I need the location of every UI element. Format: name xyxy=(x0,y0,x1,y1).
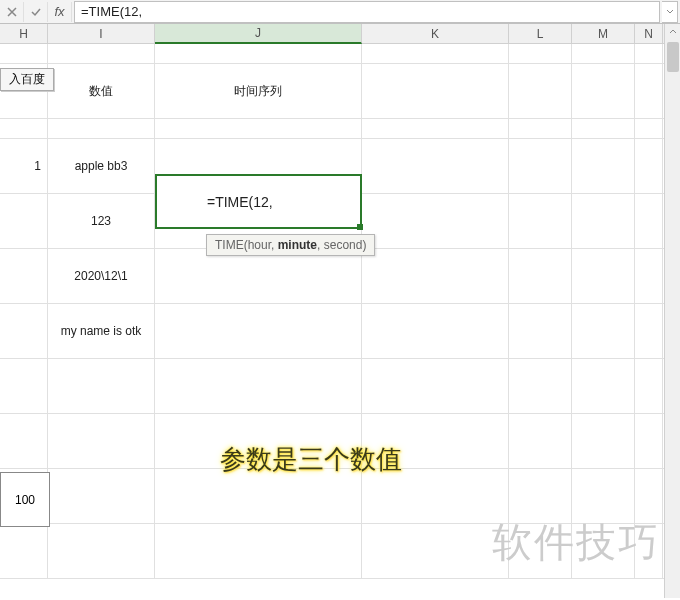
tooltip-arg1: hour xyxy=(248,238,271,252)
cell[interactable] xyxy=(509,139,572,193)
cell[interactable] xyxy=(362,469,509,523)
col-header-H[interactable]: H xyxy=(0,24,48,43)
data-row-5 xyxy=(0,359,672,414)
formula-input[interactable] xyxy=(74,1,660,23)
cell[interactable] xyxy=(635,194,663,248)
fill-handle[interactable] xyxy=(357,224,363,230)
baidu-button[interactable]: 入百度 xyxy=(0,68,54,91)
cell[interactable] xyxy=(572,139,635,193)
cell[interactable] xyxy=(155,359,362,413)
cell[interactable] xyxy=(572,414,635,468)
cell[interactable] xyxy=(635,64,663,118)
x-icon xyxy=(6,6,18,18)
cell[interactable] xyxy=(362,524,509,578)
scroll-thumb[interactable] xyxy=(667,42,679,72)
cell[interactable] xyxy=(509,194,572,248)
cancel-button[interactable] xyxy=(0,2,24,22)
cell[interactable] xyxy=(635,359,663,413)
cell-header-j[interactable]: 时间序列 xyxy=(155,64,362,118)
cell[interactable] xyxy=(48,524,155,578)
cell[interactable] xyxy=(48,44,155,63)
cell[interactable] xyxy=(509,304,572,358)
cell[interactable] xyxy=(635,414,663,468)
cell[interactable] xyxy=(0,304,48,358)
confirm-button[interactable] xyxy=(24,2,48,22)
cell[interactable] xyxy=(635,44,663,63)
watermark: 软件技巧 xyxy=(492,515,660,570)
cell[interactable] xyxy=(509,359,572,413)
data-row-4: my name is otk xyxy=(0,304,672,359)
cell[interactable] xyxy=(0,44,48,63)
vertical-scrollbar[interactable] xyxy=(664,24,680,598)
formula-expand-button[interactable] xyxy=(662,1,678,23)
fx-button[interactable]: fx xyxy=(48,2,72,22)
cell[interactable] xyxy=(362,64,509,118)
cell[interactable] xyxy=(572,44,635,63)
cell[interactable] xyxy=(509,414,572,468)
cell[interactable] xyxy=(0,359,48,413)
cell[interactable] xyxy=(572,194,635,248)
cell-value[interactable]: apple bb3 xyxy=(48,139,155,193)
function-tooltip: TIME(hour, minute, second) xyxy=(206,234,375,256)
cell[interactable] xyxy=(48,414,155,468)
cell-header-i[interactable]: 数值 xyxy=(48,64,155,118)
chevron-down-icon xyxy=(666,8,674,16)
cell[interactable] xyxy=(48,119,155,138)
cell[interactable] xyxy=(509,119,572,138)
cell[interactable] xyxy=(635,119,663,138)
cell[interactable] xyxy=(635,249,663,303)
cell[interactable] xyxy=(155,469,362,523)
cell[interactable] xyxy=(362,119,509,138)
cell[interactable] xyxy=(362,304,509,358)
active-cell-editor[interactable]: =TIME(12, xyxy=(155,174,362,229)
cell[interactable] xyxy=(155,44,362,63)
cell-value[interactable]: 2020\12\1 xyxy=(48,249,155,303)
col-header-K[interactable]: K xyxy=(362,24,509,43)
cell[interactable] xyxy=(155,304,362,358)
chevron-up-icon xyxy=(669,28,677,36)
cell[interactable] xyxy=(0,414,48,468)
col-header-J[interactable]: J xyxy=(155,24,362,44)
tooltip-arg2-current: minute xyxy=(278,238,317,252)
cell[interactable] xyxy=(48,359,155,413)
cell[interactable] xyxy=(509,44,572,63)
col-header-I[interactable]: I xyxy=(48,24,155,43)
tooltip-fn: TIME xyxy=(215,238,244,252)
boxed-cell[interactable]: 100 xyxy=(0,472,50,527)
cell[interactable] xyxy=(635,304,663,358)
cell[interactable] xyxy=(0,194,48,248)
header-row: 数值 时间序列 xyxy=(0,64,672,119)
cell[interactable] xyxy=(572,249,635,303)
cell[interactable] xyxy=(362,44,509,63)
cell[interactable] xyxy=(509,64,572,118)
cell[interactable] xyxy=(362,249,509,303)
cell[interactable] xyxy=(155,249,362,303)
cell-index[interactable]: 1 xyxy=(0,139,48,193)
cell[interactable] xyxy=(572,359,635,413)
spreadsheet-grid[interactable]: H I J K L M N 数值 时间序列 xyxy=(0,24,672,598)
column-headers: H I J K L M N xyxy=(0,24,672,44)
scroll-up-button[interactable] xyxy=(665,24,680,40)
cell[interactable] xyxy=(509,249,572,303)
cell[interactable] xyxy=(0,119,48,138)
cell[interactable] xyxy=(48,469,155,523)
cell[interactable] xyxy=(0,524,48,578)
cell[interactable] xyxy=(572,64,635,118)
cell[interactable] xyxy=(572,304,635,358)
cell-value[interactable]: my name is otk xyxy=(48,304,155,358)
check-icon xyxy=(30,6,42,18)
cell[interactable] xyxy=(362,194,509,248)
cell[interactable] xyxy=(362,139,509,193)
cell[interactable] xyxy=(0,249,48,303)
tooltip-arg3: second xyxy=(324,238,363,252)
col-header-M[interactable]: M xyxy=(572,24,635,43)
col-header-L[interactable]: L xyxy=(509,24,572,43)
col-header-N[interactable]: N xyxy=(635,24,663,43)
cell[interactable] xyxy=(155,119,362,138)
cell[interactable] xyxy=(572,119,635,138)
data-row-3: 2020\12\1 xyxy=(0,249,672,304)
cell[interactable] xyxy=(155,524,362,578)
cell[interactable] xyxy=(362,359,509,413)
cell[interactable] xyxy=(635,139,663,193)
cell-value[interactable]: 123 xyxy=(48,194,155,248)
